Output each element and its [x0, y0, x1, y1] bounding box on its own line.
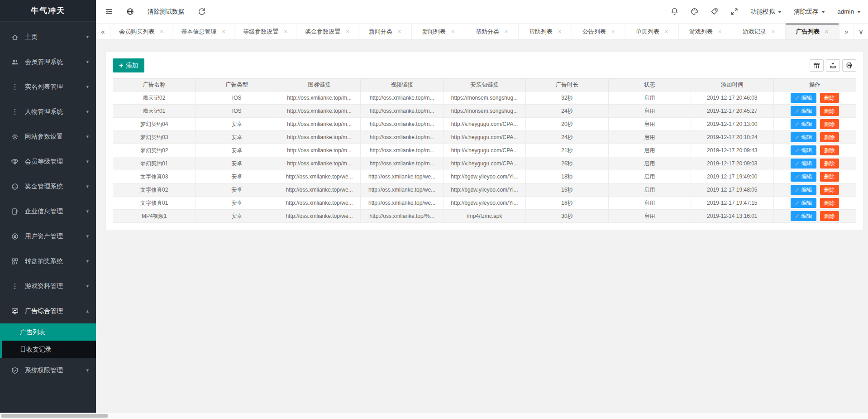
dropdown-label: 清除缓存 [794, 8, 818, 16]
tab-label: 新闻分类 [369, 28, 392, 36]
refresh-icon[interactable] [198, 8, 205, 15]
bell-icon[interactable] [671, 8, 678, 15]
delete-button[interactable]: 删除 [820, 132, 839, 142]
edit-button[interactable]: 编辑 [791, 211, 816, 221]
delete-button[interactable]: 删除 [820, 93, 839, 103]
sidebar-item[interactable]: 转盘抽奖系统▾ [0, 249, 96, 274]
tab[interactable]: 帮助分类× [465, 24, 519, 39]
sidebar-item[interactable]: 会员管理系统▾ [0, 49, 96, 74]
cell-status: 启用 [608, 197, 691, 210]
edit-button[interactable]: 编辑 [791, 132, 816, 142]
columns-filter-icon[interactable] [810, 59, 824, 72]
palette-icon[interactable] [691, 8, 698, 15]
clear-cache-dropdown[interactable]: 清除缓存 [794, 8, 825, 16]
collapse-sidebar-icon[interactable] [105, 8, 113, 15]
edit-button[interactable]: 编辑 [791, 198, 816, 208]
sidebar-item[interactable]: 企业信息管理▾ [0, 199, 96, 224]
delete-button[interactable]: 删除 [820, 119, 839, 129]
delete-button[interactable]: 删除 [820, 159, 839, 169]
edit-button[interactable]: 编辑 [791, 185, 816, 195]
sidebar-item[interactable]: 会员等级管理▾ [0, 149, 96, 174]
column-header: 广告时长 [526, 79, 608, 92]
tab[interactable]: 游戏列表× [679, 24, 732, 39]
fullscreen-icon[interactable] [730, 8, 738, 15]
export-icon[interactable] [826, 59, 840, 72]
tabs-more-button[interactable]: ∨ [854, 24, 868, 39]
tab[interactable]: 等级参数设置× [234, 24, 296, 39]
delete-button[interactable]: 删除 [820, 185, 839, 195]
close-icon[interactable]: × [665, 28, 668, 35]
sidebar-item[interactable]: 人物管理系统▾ [0, 99, 96, 124]
close-icon[interactable]: × [160, 28, 163, 35]
tab[interactable]: 新闻列表× [412, 24, 465, 39]
cell-name: 梦幻契约02 [113, 144, 196, 157]
edit-button[interactable]: 编辑 [791, 159, 816, 169]
scrollbar-thumb[interactable] [1, 414, 108, 418]
column-header: 状态 [608, 79, 691, 92]
app-logo: 牛气冲天 [0, 0, 96, 22]
tab[interactable]: 游戏记录× [732, 24, 786, 39]
sidebar-item[interactable]: 游戏资料管理▾ [0, 274, 96, 299]
close-icon[interactable]: × [611, 28, 615, 35]
close-icon[interactable]: × [222, 28, 225, 35]
sidebar-item[interactable]: 网站参数设置▾ [0, 124, 96, 149]
close-icon[interactable]: × [505, 28, 508, 35]
cell-package-link: http://bgdw.yileyoo.com/Yi... [443, 183, 525, 197]
sidebar-item[interactable]: 广告综合管理▴ [0, 299, 96, 323]
cell-video-link: http://oss.xmlianke.top/m... [361, 92, 443, 105]
edit-button-label: 编辑 [801, 212, 812, 220]
close-icon[interactable]: × [772, 28, 775, 35]
tabs-scroll-right-button[interactable]: » [839, 24, 854, 39]
delete-button-label: 删除 [824, 147, 835, 154]
edit-button[interactable]: 编辑 [791, 119, 816, 129]
shield-check-icon [11, 367, 19, 374]
edit-button[interactable]: 编辑 [791, 172, 816, 182]
sidebar-submenu-item[interactable]: 日收支记录 [2, 341, 96, 358]
close-icon[interactable]: × [718, 28, 722, 35]
sidebar-item[interactable]: 奖金管理系统▾ [0, 174, 96, 199]
tag-icon[interactable] [711, 8, 718, 15]
admin-user-dropdown[interactable]: admin [837, 8, 861, 15]
sidebar-submenu-item[interactable]: 广告列表 [2, 323, 96, 341]
close-icon[interactable]: × [558, 28, 562, 35]
edit-button[interactable]: 编辑 [791, 145, 816, 155]
close-icon[interactable]: × [346, 28, 349, 35]
edit-button[interactable]: 编辑 [791, 93, 816, 103]
chevron-down-icon: ▾ [86, 208, 89, 214]
tab[interactable]: 基本信息管理× [172, 24, 234, 39]
tab[interactable]: 单页列表× [625, 24, 679, 39]
cell-type: 安卓 [196, 144, 278, 157]
sidebar-item[interactable]: 系统权限管理▾ [0, 358, 96, 383]
sidebar-item[interactable]: 实名列表管理▾ [0, 74, 96, 99]
cell-name: 梦幻契约03 [113, 131, 196, 144]
close-icon[interactable]: × [825, 28, 829, 35]
edit-button[interactable]: 编辑 [791, 106, 816, 116]
close-icon[interactable]: × [398, 28, 401, 35]
tabs-scroll-left-button[interactable]: « [96, 24, 110, 39]
function-simulate-dropdown[interactable]: 功能模拟 [750, 8, 782, 16]
cell-video-link: http://oss.xmlianke.top/%... [361, 210, 443, 223]
cell-package-link: http://bgdw.yileyoo.com/Yi... [443, 170, 525, 183]
sidebar-item[interactable]: 用户资产管理▾ [0, 224, 96, 249]
globe-icon[interactable] [126, 8, 134, 15]
close-icon[interactable]: × [284, 28, 287, 35]
delete-button[interactable]: 删除 [820, 211, 839, 221]
tab[interactable]: 公告列表× [572, 24, 625, 39]
tab[interactable]: 会员购买列表× [110, 24, 172, 39]
delete-button[interactable]: 删除 [820, 106, 839, 116]
tab[interactable]: 广告列表× [786, 24, 839, 39]
close-icon[interactable]: × [451, 28, 455, 35]
add-button[interactable]: + 添加 [113, 58, 144, 72]
gear-icon [11, 133, 19, 140]
tab[interactable]: 奖金参数设置× [296, 24, 358, 39]
print-icon[interactable] [842, 59, 856, 72]
delete-button[interactable]: 删除 [820, 145, 839, 155]
clear-test-data-button[interactable]: 清除测试数据 [148, 8, 184, 16]
delete-button[interactable]: 删除 [820, 172, 839, 182]
horizontal-scrollbar[interactable] [0, 413, 868, 419]
sidebar-item[interactable]: 主页▾ [0, 24, 96, 49]
cell-icon-link: http://oss.xmlianke.top/we... [278, 197, 360, 210]
tab[interactable]: 帮助列表× [519, 24, 572, 39]
tab[interactable]: 新闻分类× [358, 24, 412, 39]
delete-button[interactable]: 删除 [820, 198, 839, 208]
